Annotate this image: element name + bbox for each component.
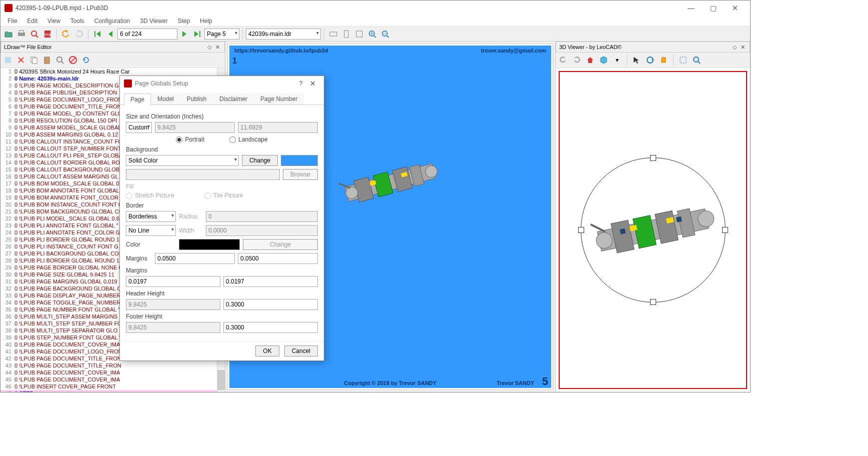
undo-icon[interactable] <box>60 28 72 40</box>
page-height-input[interactable] <box>238 122 318 133</box>
border-style-select[interactable] <box>126 211 176 222</box>
dialog-close-button[interactable]: ✕ <box>306 80 320 88</box>
svg-rect-63 <box>620 228 626 234</box>
model-select[interactable] <box>246 28 321 40</box>
fit-page-icon[interactable] <box>340 28 352 40</box>
code-line[interactable]: 10 42039S SBrick Motorized 24 Hours Race… <box>0 68 225 75</box>
border-color-swatch[interactable] <box>179 239 240 250</box>
paste-icon[interactable] <box>41 54 53 66</box>
tab-page-number[interactable]: Page Number <box>254 93 304 104</box>
border-margin-y[interactable] <box>238 253 318 264</box>
delete-icon[interactable] <box>67 54 79 66</box>
margin-x-input[interactable] <box>126 276 220 287</box>
border-margin-x[interactable] <box>155 253 235 264</box>
menu-help[interactable]: Help <box>195 16 217 26</box>
handle-top[interactable] <box>650 155 656 161</box>
viewer-body[interactable] <box>556 68 750 392</box>
page-step-number: 1 <box>232 56 237 66</box>
svg-rect-26 <box>5 57 11 63</box>
svg-line-32 <box>61 62 63 64</box>
tab-page[interactable]: Page <box>124 94 151 105</box>
dock-icon[interactable]: ◇ <box>205 43 213 51</box>
fit-width-icon[interactable] <box>327 28 339 40</box>
tab-model[interactable]: Model <box>151 93 180 104</box>
menu-tools[interactable]: Tools <box>65 16 89 26</box>
page-select[interactable] <box>204 28 239 40</box>
viewer-undo-icon[interactable] <box>557 54 569 66</box>
menu-3dviewer[interactable]: 3D Viewer <box>135 16 172 26</box>
page-of-input[interactable] <box>117 28 177 40</box>
tab-disclaimer[interactable]: Disclaimer <box>213 93 254 104</box>
toolbar: PDF <box>0 26 750 42</box>
maximize-button[interactable]: ▢ <box>702 1 724 15</box>
page-width-input[interactable] <box>155 122 235 133</box>
svg-line-5 <box>36 36 38 38</box>
first-page-icon[interactable] <box>91 28 103 40</box>
viewer-close-icon[interactable]: ✕ <box>739 43 747 51</box>
landscape-radio[interactable]: Landscape <box>229 136 268 143</box>
panel-close-icon[interactable]: ✕ <box>213 43 221 51</box>
last-page-icon[interactable] <box>191 28 203 40</box>
menu-file[interactable]: File <box>2 16 22 26</box>
menu-configuration[interactable]: Configuration <box>89 16 135 26</box>
close-button[interactable]: ✕ <box>724 1 746 15</box>
margin-y-input[interactable] <box>223 276 318 287</box>
actual-size-icon[interactable] <box>353 28 365 40</box>
viewer-dropdown-icon[interactable]: ▾ <box>611 54 623 66</box>
dialog-titlebar[interactable]: Page Globals Setup ? ✕ <box>120 76 324 91</box>
viewer-select-icon[interactable] <box>631 54 643 66</box>
handle-bottom[interactable] <box>650 299 656 305</box>
dialog-title: Page Globals Setup <box>135 80 296 87</box>
cancel-button[interactable]: Cancel <box>284 346 318 356</box>
print-icon[interactable] <box>15 28 27 40</box>
header-b-input[interactable] <box>223 299 318 310</box>
app-icon <box>4 4 12 12</box>
code-line[interactable]: 440 !LPUB PAGE DOCUMENT_COVER_IMA <box>0 369 225 376</box>
viewer-pan-icon[interactable] <box>658 54 670 66</box>
bg-type-select[interactable] <box>126 155 239 166</box>
size-preset-select[interactable] <box>126 122 152 133</box>
copy-icon[interactable] <box>28 54 40 66</box>
pdf-icon[interactable]: PDF <box>41 28 53 40</box>
portrait-radio[interactable]: Portrait <box>176 136 204 143</box>
find-icon[interactable] <box>28 28 40 40</box>
bg-color-swatch[interactable] <box>281 155 318 166</box>
bg-change-button[interactable]: Change <box>242 155 278 166</box>
find-editor-icon[interactable] <box>54 54 66 66</box>
viewer-rotate-icon[interactable] <box>644 54 656 66</box>
footer-b-input[interactable] <box>223 322 318 333</box>
code-line[interactable]: 430 !LPUB PAGE DOCUMENT_TITLE_FRON <box>0 362 225 369</box>
code-line[interactable]: 460 !LPUB INSERT COVER_PAGE FRONT <box>0 383 225 390</box>
viewer-home-icon[interactable] <box>584 54 596 66</box>
svg-rect-50 <box>680 57 686 63</box>
refresh-icon[interactable] <box>80 54 92 66</box>
dialog-help-button[interactable]: ? <box>296 80 306 87</box>
menu-edit[interactable]: Edit <box>22 16 42 26</box>
viewer-dock-icon[interactable]: ◇ <box>731 43 739 51</box>
viewer-redo-icon[interactable] <box>571 54 583 66</box>
menu-view[interactable]: View <box>42 16 65 26</box>
border-label: Border <box>126 202 318 209</box>
code-line[interactable]: 450 !LPUB PAGE DOCUMENT_COVER_IMA <box>0 376 225 383</box>
viewer-region-icon[interactable] <box>677 54 689 66</box>
prev-page-icon[interactable] <box>104 28 116 40</box>
viewer-cube-icon[interactable] <box>598 54 610 66</box>
menubar: File Edit View Tools Configuration 3D Vi… <box>0 16 750 26</box>
viewer-panel-header[interactable]: 3D Viewer - by LeoCAD© ◇ ✕ <box>556 42 750 52</box>
viewer-zoom-icon[interactable] <box>691 54 703 66</box>
editor-panel-header[interactable]: LDraw™ File Editor ◇ ✕ <box>0 42 225 52</box>
zoom-in-icon[interactable] <box>366 28 378 40</box>
code-line[interactable]: 470 STEP <box>0 390 225 392</box>
border-line-select[interactable] <box>126 225 176 236</box>
zoom-out-icon[interactable] <box>379 28 391 40</box>
minimize-button[interactable]: — <box>680 1 702 15</box>
next-page-icon[interactable] <box>178 28 190 40</box>
size-orientation-label: Size and Orientation (Inches) <box>126 113 318 120</box>
ok-button[interactable]: OK <box>255 346 279 356</box>
cut-icon[interactable] <box>15 54 27 66</box>
edit-icon[interactable] <box>2 54 14 66</box>
redo-icon[interactable] <box>73 28 85 40</box>
open-icon[interactable] <box>2 28 14 40</box>
menu-step[interactable]: Step <box>172 16 195 26</box>
tab-publish[interactable]: Publish <box>180 93 213 104</box>
